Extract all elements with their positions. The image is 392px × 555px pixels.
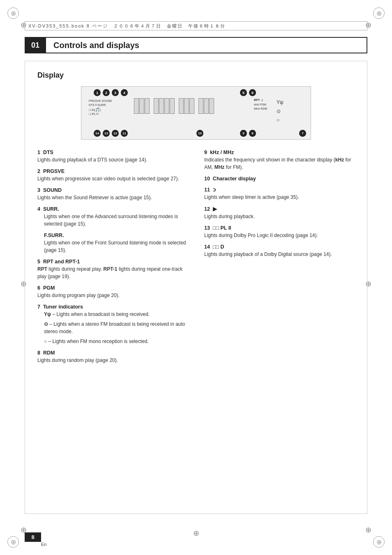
corner-mark-tl bbox=[7, 7, 19, 19]
item-3-title: 3 SOUND bbox=[37, 187, 188, 193]
num-11: 11 bbox=[121, 130, 128, 137]
segment-display-area bbox=[134, 98, 214, 114]
item-5-desc: RPT lights during repeat play. RPT-1 lig… bbox=[37, 265, 188, 280]
item-10-char-display: 10 Character display bbox=[204, 176, 355, 182]
num-14: 14 bbox=[94, 130, 101, 137]
item-8-rdm: 8 RDM Lights during random play (page 20… bbox=[37, 350, 188, 364]
item-4b-desc: Lights when one of the Front Surround li… bbox=[37, 239, 188, 254]
num-3: 3 bbox=[112, 89, 119, 96]
item-4-surr: 4 SURR. Lights when one of the Advanced … bbox=[37, 206, 188, 228]
num-13: 13 bbox=[103, 130, 110, 137]
num-8: 8 bbox=[249, 130, 256, 137]
item-2-desc: Lights when progressive scan video outpu… bbox=[37, 175, 188, 182]
item-14-title: 14 □□ D bbox=[204, 244, 355, 250]
description-columns: 1 DTS Lights during playback of a DTS so… bbox=[37, 150, 355, 369]
right-panel-labels: RPT -1 kHz PGM MHz RDM bbox=[254, 98, 267, 111]
chapter-title-box: Controls and displays bbox=[46, 37, 367, 53]
item-14-dolby-d: 14 □□ D Lights during playback of a Dolb… bbox=[204, 244, 355, 258]
item-7-sub1: Yψ – Lights when a broadcast is being re… bbox=[37, 311, 188, 318]
num-5: 5 bbox=[240, 89, 247, 96]
item-13-desc: Lights during Dolby Pro Logic II decodin… bbox=[204, 232, 355, 239]
corner-mark-bl bbox=[7, 536, 19, 548]
tuner-icons: Yψ ⊙ ○ bbox=[277, 98, 284, 125]
item-7-sub2: ⊙ – Lights when a stereo FM broadcast is… bbox=[37, 320, 188, 335]
item-3-desc: Lights when the Sound Retriever is activ… bbox=[37, 194, 188, 201]
top-bar: XV-DV353_555.book 8 ページ ２００６年４月７日 金曜日 午後… bbox=[25, 21, 367, 30]
top-bar-text: XV-DV353_555.book 8 ページ ２００６年４月７日 金曜日 午後… bbox=[28, 23, 226, 29]
num-2: 2 bbox=[103, 89, 110, 96]
item-1-dts: 1 DTS Lights during playback of a DTS so… bbox=[37, 150, 188, 164]
item-11-sleep: 11 ɔ Lights when sleep timer is active (… bbox=[204, 187, 355, 201]
item-7-sub3: ○ – Lights when FM mono reception is sel… bbox=[37, 338, 188, 345]
item-8-title: 8 RDM bbox=[37, 350, 188, 356]
item-9-title: 9 kHz / MHz bbox=[204, 150, 355, 155]
right-description-column: 9 kHz / MHz Indicates the frequency unit… bbox=[204, 150, 355, 369]
item-14-desc: Lights during playback of a Dolby Digita… bbox=[204, 251, 355, 258]
item-6-desc: Lights during program play (page 20). bbox=[37, 292, 188, 299]
item-12-title: 12 ▶ bbox=[204, 206, 355, 212]
display-section-title: Display bbox=[37, 71, 355, 80]
page-lang: En bbox=[41, 542, 46, 547]
item-7-tuner: 7 Tuner indicators Yψ – Lights when a br… bbox=[37, 304, 188, 345]
item-5-rpt: 5 RPT and RPT-1 RPT lights during repeat… bbox=[37, 259, 188, 280]
corner-mark-br bbox=[373, 536, 385, 548]
chapter-header: 01 Controls and displays bbox=[25, 37, 367, 53]
left-description-column: 1 DTS Lights during playback of a DTS so… bbox=[37, 150, 188, 369]
chapter-number: 01 bbox=[25, 37, 46, 53]
item-13-title: 13 □□ PL II bbox=[204, 225, 355, 231]
crosshair-bottom-center: ⊕ bbox=[193, 529, 199, 538]
item-11-title: 11 ɔ bbox=[204, 187, 355, 193]
item-8-desc: Lights during random play (page 20). bbox=[37, 357, 188, 364]
num-10: 10 bbox=[196, 130, 203, 137]
item-2-title: 2 PRGSVE bbox=[37, 168, 188, 174]
item-4-desc: Lights when one of the Advanced surround… bbox=[37, 213, 188, 228]
num-7: 7 bbox=[299, 130, 306, 137]
num-9: 9 bbox=[240, 130, 247, 137]
item-6-title: 6 PGM bbox=[37, 285, 188, 291]
page-number: 8 bbox=[25, 532, 41, 542]
item-2-prgsve: 2 PRGSVE Lights when progressive scan vi… bbox=[37, 168, 188, 182]
item-9-desc: Indicates the frequency unit shown in th… bbox=[204, 156, 355, 171]
item-9-khz: 9 kHz / MHz Indicates the frequency unit… bbox=[204, 150, 355, 171]
item-4b-fsurr: F.SURR. Lights when one of the Front Sur… bbox=[37, 233, 188, 254]
item-5-title: 5 RPT and RPT-1 bbox=[37, 259, 188, 265]
item-12-play: 12 ▶ Lights during playback. bbox=[204, 206, 355, 220]
corner-mark-tr bbox=[373, 7, 385, 19]
item-11-desc: Lights when sleep timer is active (page … bbox=[204, 193, 355, 201]
item-4b-title: F.SURR. bbox=[37, 233, 188, 238]
num-6: 6 bbox=[249, 89, 256, 96]
display-diagram: 1 2 3 4 5 6 PRGSVE SOUND DTS F.SURR. □□D… bbox=[81, 86, 311, 140]
item-4-title: 4 SURR. bbox=[37, 206, 188, 212]
left-panel-labels: PRGSVE SOUND DTS F.SURR. □□D(🎵) □□PL Π bbox=[89, 99, 112, 116]
num-4: 4 bbox=[121, 89, 128, 96]
num-1: 1 bbox=[94, 89, 101, 96]
item-13-plii: 13 □□ PL II Lights during Dolby Pro Logi… bbox=[204, 225, 355, 239]
item-6-pgm: 6 PGM Lights during program play (page 2… bbox=[37, 285, 188, 299]
item-1-desc: Lights during playback of a DTS source (… bbox=[37, 156, 188, 164]
crosshair-bottom-right: ⊕ bbox=[365, 525, 371, 534]
item-12-desc: Lights during playback. bbox=[204, 213, 355, 220]
item-7-title: 7 Tuner indicators bbox=[37, 304, 188, 310]
item-3-sound: 3 SOUND Lights when the Sound Retriever … bbox=[37, 187, 188, 201]
item-10-title: 10 Character display bbox=[204, 176, 355, 182]
item-1-title: 1 DTS bbox=[37, 150, 188, 155]
chapter-title: Controls and displays bbox=[53, 41, 139, 50]
main-content: Display 1 2 3 4 5 6 PRGSVE SOUND DTS F.S… bbox=[25, 61, 367, 514]
num-12: 12 bbox=[112, 130, 119, 137]
